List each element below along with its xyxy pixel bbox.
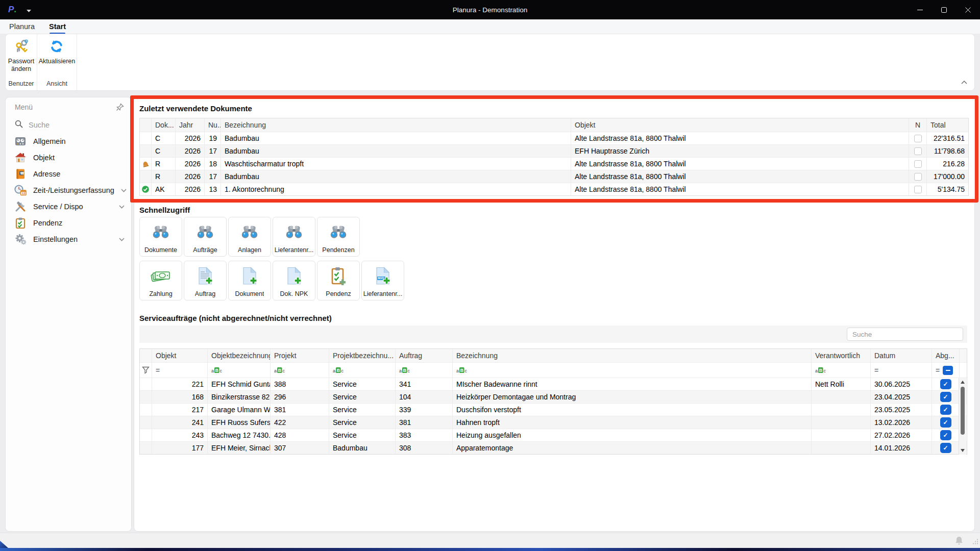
cell-verantwortlich	[811, 429, 870, 441]
abg-checkbox[interactable]: ✓	[932, 429, 959, 441]
indeterminate-checkbox[interactable]	[943, 366, 953, 375]
n-checkbox[interactable]	[909, 132, 926, 144]
header-dok[interactable]: Dok...	[151, 118, 175, 132]
table-row[interactable]: C 2026 17 Badumbau EFH Hauptrasse Zürich…	[140, 144, 968, 157]
quick-tile-dok-npk-neu[interactable]: Dok. NPK	[273, 261, 315, 300]
minimize-button[interactable]	[908, 0, 932, 19]
ribbon-collapse-chevron-icon[interactable]	[961, 77, 967, 86]
quick-tile-pendenzen[interactable]: Pendenzen	[317, 217, 360, 257]
chevron-down-icon[interactable]	[121, 189, 127, 192]
header-objektbezeichnung[interactable]: Objektbezeichnung	[207, 349, 270, 362]
header-datum[interactable]: Datum	[870, 349, 932, 362]
header-total[interactable]: Total	[926, 118, 968, 132]
header-projekt[interactable]: Projekt	[270, 349, 329, 362]
quick-access-caret-icon[interactable]	[27, 5, 31, 14]
header-n[interactable]: N	[909, 118, 926, 132]
cell-verantwortlich	[811, 416, 870, 429]
table-row[interactable]: 168 Binzikerstrasse 82,... 296 Service 1…	[140, 390, 967, 403]
change-password-button[interactable]: Passwort ändern	[6, 38, 37, 73]
table-row[interactable]: R 2026 18 Waschtischarmatur tropft Alte …	[140, 157, 968, 170]
binoculars-icon	[196, 217, 214, 246]
tab-planura[interactable]: Planura	[9, 22, 35, 31]
sidebar-item-objekt[interactable]: Objekt	[6, 149, 131, 166]
filter-bezeichnung-abc-icon[interactable]: aBc	[452, 363, 811, 378]
filter-objektbezeichnung-abc-icon[interactable]: aBc	[207, 363, 270, 378]
header-objekt[interactable]: Objekt	[152, 349, 207, 362]
quick-tile-anlagen[interactable]: Anlagen	[228, 217, 271, 257]
cell-projekt: 296	[270, 391, 329, 403]
svg-text:12: 12	[22, 192, 26, 195]
filter-funnel-icon[interactable]	[140, 363, 152, 378]
abg-checkbox[interactable]: ✓	[932, 404, 959, 416]
abg-checkbox[interactable]: ✓	[932, 391, 959, 403]
close-button[interactable]	[956, 0, 980, 19]
filter-abg[interactable]: =	[932, 363, 959, 378]
chevron-down-icon[interactable]	[119, 238, 125, 241]
sidebar-item-zeit-leistungserfassung[interactable]: 12 Zeit-/Leistungserfassung	[6, 182, 131, 198]
filter-objekt[interactable]: =	[152, 363, 207, 378]
header-abg[interactable]: Abg...	[932, 349, 959, 362]
sidebar-search[interactable]	[6, 117, 131, 133]
header-auftrag[interactable]: Auftrag	[395, 349, 452, 362]
table-row[interactable]: C 2026 19 Badumbau Alte Landstrasse 81a,…	[140, 132, 968, 144]
header-bezeichnung[interactable]: Bezeichnung	[452, 349, 811, 362]
tab-start[interactable]: Start	[49, 22, 66, 31]
n-checkbox[interactable]	[909, 145, 926, 157]
filter-projektbezeichnung-abc-icon[interactable]: aBc	[329, 363, 395, 378]
filter-datum[interactable]: =	[870, 363, 932, 378]
cell-datum: 14.01.2026	[870, 442, 932, 454]
cell-objekt: 241	[152, 416, 207, 429]
header-bezeichnung[interactable]: Bezeichnung	[220, 118, 571, 132]
n-checkbox[interactable]	[909, 183, 926, 195]
service-orders-search-input[interactable]	[847, 328, 963, 341]
maximize-button[interactable]	[932, 0, 956, 19]
sidebar-item-pendenz[interactable]: Pendenz	[6, 215, 131, 231]
header-verantwortlich[interactable]: Verantwortlich	[811, 349, 870, 362]
table-row[interactable]: 217 Garage Ulmann W... 381 Service 339 D…	[140, 403, 967, 416]
app-window: P. Planura - Demonstration Planura Start	[0, 0, 980, 551]
table-row[interactable]: 241 EFH Ruoss Sufers 422 Service 381 Hah…	[140, 416, 967, 429]
quick-tile-dokument-neu[interactable]: Dokument	[228, 261, 271, 300]
sidebar-item-einstellungen[interactable]: Einstellungen	[6, 231, 131, 247]
scroll-thumb[interactable]	[961, 387, 965, 435]
quick-tile-auftrag-neu[interactable]: Auftrag	[184, 261, 227, 300]
table-row[interactable]: 177 EFH Meier, Sirnach 307 Badumbau 308 …	[140, 441, 967, 454]
bell-icon[interactable]	[954, 536, 964, 547]
table-row[interactable]: R 2026 17 Badumbau Alte Landstrasse 81a,…	[140, 170, 968, 183]
n-checkbox[interactable]	[909, 158, 926, 170]
refresh-button[interactable]: Aktualisieren	[38, 38, 77, 66]
quick-tile-auftraege[interactable]: Aufträge	[184, 217, 227, 257]
filter-projekt-abc-icon[interactable]: aBc	[270, 363, 329, 378]
vertical-scrollbar[interactable]	[959, 378, 966, 455]
cell-nu: 18	[204, 158, 220, 170]
quick-tile-dokumente[interactable]: Dokumente	[139, 217, 182, 257]
header-objekt[interactable]: Objekt	[571, 118, 909, 132]
quick-tile-lieferantenrechnungen[interactable]: Lieferantenr...	[273, 217, 315, 257]
scroll-down-arrow[interactable]	[961, 449, 965, 452]
cell-nu: 13	[204, 183, 220, 195]
sidebar-search-input[interactable]	[29, 121, 105, 129]
table-row[interactable]: AK 2026 13 1. Akontorechnung Alte Landst…	[140, 183, 968, 195]
table-row[interactable]: 221 EFH Schmid Gunta... 388 Service 341 …	[140, 378, 967, 390]
abg-checkbox[interactable]: ✓	[932, 442, 959, 454]
service-orders-toolbar	[139, 325, 967, 343]
filter-verantwortlich-abc-icon[interactable]: aBc	[811, 363, 870, 378]
filter-auftrag-abc-icon[interactable]: aBc	[395, 363, 452, 378]
header-nu[interactable]: Nu...	[204, 118, 220, 132]
scroll-up-arrow[interactable]	[961, 381, 965, 384]
quick-tile-zahlung[interactable]: Zahlung	[139, 261, 182, 300]
abg-checkbox[interactable]: ✓	[932, 416, 959, 429]
quick-tile-pendenz-neu[interactable]: Pendenz	[317, 261, 360, 300]
sidebar-item-service-dispo[interactable]: Service / Dispo	[6, 198, 131, 215]
quick-tile-lieferantenrechnung-neu[interactable]: INVO Lieferantenr...	[361, 261, 404, 300]
header-jahr[interactable]: Jahr	[175, 118, 204, 132]
resize-grip[interactable]	[973, 537, 978, 546]
pin-icon[interactable]	[116, 103, 124, 111]
sidebar-item-adresse[interactable]: ☎ Adresse	[6, 166, 131, 182]
header-projektbezeichnung[interactable]: Projektbezeichnu...	[329, 349, 395, 362]
table-row[interactable]: 243 Bachweg 12 7430... 428 Service 383 H…	[140, 429, 967, 441]
abg-checkbox[interactable]: ✓	[932, 378, 959, 390]
n-checkbox[interactable]	[909, 170, 926, 183]
chevron-down-icon[interactable]	[119, 205, 125, 209]
sidebar-item-allgemein[interactable]: Allgemein	[6, 133, 131, 149]
